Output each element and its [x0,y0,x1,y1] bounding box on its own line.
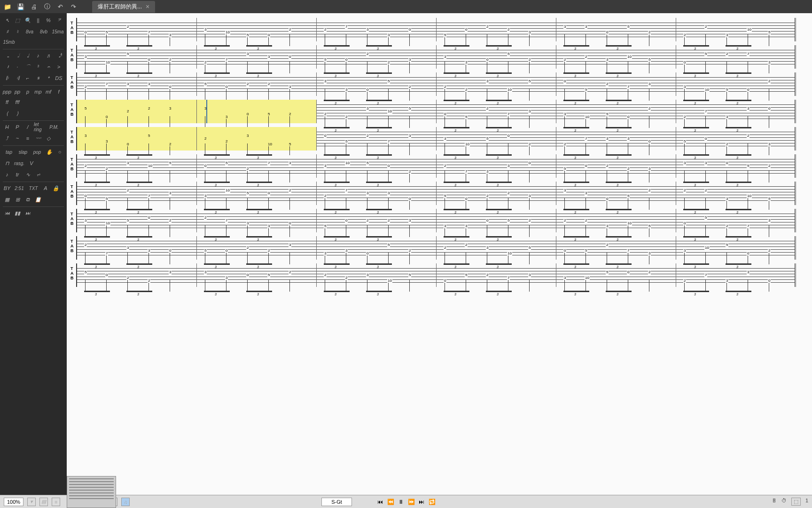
rest-icon[interactable]: 𝄽 [3,63,11,71]
trill-icon[interactable]: tr [13,170,22,179]
measure[interactable]: 31050233 [77,209,197,232]
forward-icon[interactable]: ⏩ [406,497,416,507]
fret-number[interactable]: 0 [387,164,390,168]
eighth-note-icon[interactable]: ♪ [34,51,42,60]
ottava-bassa[interactable]: 8vb [38,27,50,36]
fret-number[interactable]: 5 [627,194,630,198]
palm-mute[interactable]: P.M. [48,123,60,131]
fret-number[interactable]: 3 [465,60,468,64]
fret-number[interactable]: 2 [267,248,270,253]
fret-number[interactable]: 3 [507,164,510,168]
fret-number[interactable]: 5 [507,218,510,222]
rewind-icon[interactable]: ⏪ [386,497,395,507]
bars-icon[interactable]: ▮▮ [13,209,22,217]
fret-number[interactable]: 10 [267,142,273,146]
fret-number[interactable]: 5 [444,33,446,37]
fret-number[interactable]: 2 [246,167,249,171]
fret-number[interactable]: 5 [366,161,369,165]
measure[interactable]: 0527333 [676,45,796,69]
fret-number[interactable]: 0 [465,27,468,32]
measure[interactable]: 2733033 [197,209,317,232]
quindicesima-alta[interactable]: 15ma [52,27,64,36]
fret-number[interactable]: 3 [246,221,249,225]
harmonic-icon[interactable]: ◇ [44,134,53,143]
tab-staff[interactable]: TAB5022333330523322310533052733331050233… [76,100,795,123]
fret-number[interactable]: 2 [465,243,468,247]
fret-number[interactable]: 3 [444,55,446,59]
fret-number[interactable]: 2 [683,278,686,283]
fret-number[interactable]: 0 [148,57,150,62]
fret-number[interactable]: 0 [126,142,129,146]
fret-number[interactable]: 2 [169,218,172,222]
slide-icon[interactable]: / [23,123,32,131]
fret-number[interactable]: 7 [507,112,510,116]
fret-number[interactable]: 5 [289,142,291,146]
copy-icon[interactable]: ⧉ [23,195,32,204]
measure[interactable]: 2733033 [676,263,796,287]
tab-staff[interactable]: TAB3105023327330335022333330523322310533… [76,45,795,69]
fret-number[interactable]: 5 [528,246,531,250]
down-stroke-icon[interactable]: ⊓ [3,159,11,167]
fret-number[interactable]: 2 [169,142,172,146]
fret-number[interactable]: 5 [126,218,129,222]
fret-number[interactable]: 5 [726,87,728,92]
loop-icon[interactable]: 🔁 [427,497,437,507]
fret-number[interactable]: 0 [563,79,566,83]
fret-number[interactable]: 0 [225,85,228,89]
fret-number[interactable]: 2 [704,188,707,192]
fret-number[interactable]: 5 [324,224,327,228]
fret-number[interactable]: 3 [84,134,87,138]
fret-number[interactable]: 2 [345,276,348,280]
fret-number[interactable]: 3 [169,33,172,37]
fret-number[interactable]: 2 [324,273,327,277]
fret-number[interactable]: 0 [204,164,207,168]
dynamic-p[interactable]: p [23,87,32,96]
measure[interactable]: 31050233 [317,154,437,178]
measure[interactable]: 31050233 [676,236,796,260]
fret-number[interactable]: 3 [246,52,249,56]
measure[interactable]: 0527333 [676,209,796,232]
fret-number[interactable]: 3 [486,79,489,83]
fret-number[interactable]: 10 [345,161,350,165]
measure[interactable]: 22310533 [556,45,676,69]
fret-number[interactable]: 0 [507,134,510,138]
fret-number[interactable]: 2 [563,142,566,146]
track-thumbnail[interactable] [67,476,116,508]
measure[interactable]: 5022333 [77,100,197,123]
measure[interactable]: 22310533 [197,127,317,151]
fret-number[interactable]: 7 [507,276,510,280]
fret-number[interactable]: 2 [324,194,327,198]
fret-number[interactable]: 3 [606,136,609,141]
fret-number[interactable]: 2 [726,224,728,228]
fret-number[interactable]: 0 [289,55,291,59]
slap-technique[interactable]: slap [17,148,29,156]
fret-number[interactable]: 5 [704,52,707,56]
fret-number[interactable]: 3 [345,248,348,253]
fret-number[interactable]: 3 [225,276,228,280]
fret-number[interactable]: 0 [366,251,369,255]
measure[interactable]: 5022333 [437,18,556,41]
fret-number[interactable]: 3 [324,251,327,255]
fret-number[interactable]: 5 [246,191,249,195]
measure[interactable]: 0527333 [317,127,437,151]
undo-icon[interactable]: ↶ [56,3,64,10]
fret-number[interactable]: 7 [148,194,150,198]
fret-number[interactable]: 3 [408,134,411,138]
fret-number[interactable]: 2 [84,164,87,168]
measure[interactable]: 0527333 [437,100,556,123]
measure[interactable]: 5022333 [317,209,437,232]
repeat-end-icon[interactable]: 𝄇 [13,74,22,82]
fret-number[interactable]: 3 [528,109,531,113]
measure[interactable]: 31050233 [676,72,796,96]
document-tab[interactable]: 爆肝工程師的異... × [92,1,155,13]
print-icon[interactable]: 🖨 [30,3,38,10]
fret-number[interactable]: 5 [627,24,630,29]
measure[interactable]: 3305233 [437,209,556,232]
measure[interactable]: 3305233 [556,182,676,205]
measure[interactable]: 22310533 [77,154,197,178]
fret-number[interactable]: 3 [528,194,531,198]
fret-number[interactable]: 3 [444,224,446,228]
page-mode-icon[interactable]: ▤ [39,498,48,506]
fret-number[interactable]: 2 [84,243,87,247]
fret-number[interactable]: 3 [246,134,249,138]
